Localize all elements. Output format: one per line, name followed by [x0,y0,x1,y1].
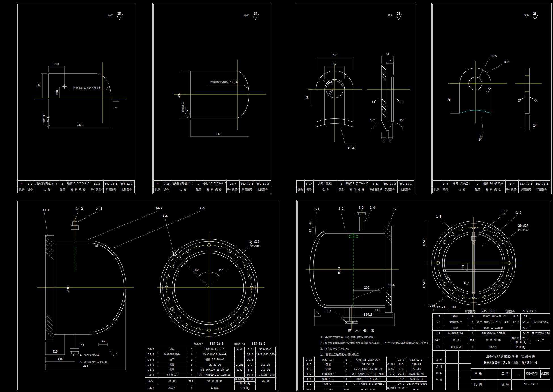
dim-465b: 465±3 [423,280,426,288]
cell-name: 吊耳 [157,347,187,352]
dim-40: 40 [453,306,456,309]
label-1-4: 1-4 [370,206,375,209]
sign-row [433,383,471,390]
part-no: 14-6 [441,181,450,187]
dim-465a: 465±3 [423,238,426,246]
h-dwg: 所属图号 [382,187,398,193]
h-name: 名 称 [171,187,195,193]
h-unit: 单件质量 [511,336,521,340]
sign-label: 设 计 [433,364,446,370]
sign-date [459,383,471,390]
dim-8b: 8 [464,281,466,285]
cell-material: 钢板 10 16MnR [195,357,235,362]
centerlines [35,62,127,123]
dimension-lines [41,66,119,129]
dim-50: 50 [333,54,336,57]
sign-row: 描 图 [433,357,471,364]
table-row: 1-3对焊钢法兰2法兰 WN150-2.5 RF 20II12.725.4HG2… [433,319,550,325]
hatch-flange-top [46,236,53,260]
cell-total: 69.5 [245,372,256,378]
note-line-2: 2. 其它技术要求见总图 [79,361,107,363]
cell-qty: 1 [343,382,350,386]
dim-bolt-count: 24-Ø27 [249,240,259,243]
cell-unit: 0.92 [387,367,396,372]
cell-total: 1.8 [396,367,406,372]
h-qty: 数量 [338,187,345,193]
cell-no: 14-4 [145,357,157,362]
h-mass: 质 量 Kg [511,340,531,344]
cell-name: 管箱法兰 [315,382,343,386]
side-view-outline [518,68,537,113]
weld-note: 焊后加工 [43,113,45,123]
table-row: 14-1外头盖法兰1法兰-FM600-2.5 16MnII69.5JB/T470… [145,372,276,378]
label-1-1: 1-1 [314,208,319,211]
tech-item-3: 3. 其它技术要求见总图。 [320,347,351,350]
part-name: 吊耳（外头盖） [450,181,474,187]
tech-title: 技 术 要 求 [347,329,375,332]
hatch-flange-bottom [46,315,53,338]
sign-name [446,383,459,390]
cell-unit [387,377,396,382]
cell-total: 1.8 [245,367,256,372]
tech-requirements: 技 术 要 求 1. 本部件组焊完毕，进行整体消除应力热处理。 2. 法兰密封面… [320,329,431,356]
dim-316: 316±3 [364,313,372,316]
part-dwg-no: S05-12-3 [519,181,534,187]
dimension-texts: 50 27 R25 Ø23 24 R276 14 7 45° 45° 5 5 [306,53,404,150]
cell-name: 短节 [157,357,187,362]
unit-row: 单 元 工 号 — 设计阶段 施工图 [471,369,550,379]
tech-note: 注: 接管法兰数量已包括配对法兰 [320,353,359,356]
cell-no: 1-1 [433,331,443,336]
sign-name [446,357,459,363]
unit-label: 单 元 [471,369,485,379]
h-dwg: 所属图号 [104,187,119,193]
centerlines [174,60,266,130]
cell-material: 无缝钢管 Ø159X6 20 [476,314,511,319]
cell-no: 1-3 [433,319,443,325]
dim-6: 6 [115,107,118,108]
cell-no: 1-7 [304,372,315,377]
table-header: 编号名 称数量材 料 规 格单件质量共 计备 注 [433,336,550,340]
scale-value [297,181,305,187]
title-strip: 6-17 支耳（管束） 2 钢板14 Q235-A.F 0.33 S05-12-… [296,180,414,193]
table-row: 1-5管箱法兰1法兰-FM500-2.5 16MnII57.5JB/T4703-… [304,382,427,386]
dim-681: 681 [352,321,357,324]
cell-qty: 1 [469,325,476,331]
cell-no: 14-5 [145,352,157,357]
h-no: 编号 [304,386,315,391]
drawing-part-6-17: 其余 25 [296,4,414,181]
cell-no: 1-2 [433,325,443,331]
dim-45a: 45° [195,268,200,272]
sign-date [459,351,471,357]
dim-bolt-count: 20-Ø27 [518,224,528,227]
part-dwg-no: S05-12-3 [382,181,398,187]
leader-lines [315,210,521,323]
cell-total: 12.5 [396,377,406,382]
label-1-6: 1-6 [436,215,441,218]
dim-665: 665 [77,124,83,127]
h-name: 名 称 [315,386,343,391]
finish-note: 锐边 25 [244,12,259,20]
tech-item-1: 1. 本部件组焊完毕，进行整体消除应力热处理。 [320,336,376,338]
dim-hole: Ø23 [329,89,334,95]
h-qty: 数量 [59,187,66,193]
figure-number: S05-12-3 [512,380,550,390]
cell-remark: JSB-03 [406,362,427,367]
part-qty: 1 [59,181,66,187]
cell-name: 封头管箱 [443,344,469,350]
header-row: 比例 编号 名 称 数量 材 料 规 格 单件质量(Kg) 所属图号 装配图号 [18,187,135,193]
title-strip: ~ 1-10 封头管箱隔板（二） 1 钢板 10 Q235-A.F 25.7 S… [154,180,271,193]
part-assy-no: S05-12-3 [119,181,135,187]
h-dwg: 所属图号 [240,187,255,193]
label-14-4: 14-4 [155,207,162,210]
weld-value: 6.3 [185,107,189,112]
cell-no: 1-5 [304,382,315,386]
dim-100: 100 [461,265,465,270]
dimension-lines [312,219,469,326]
owner-dwg-label: 所属图号 [193,342,204,345]
title-strip: ~ 1-6 封头管箱隔板（一） 1 钢板10 Q235-A.F 12.5 S05… [18,180,135,193]
label-14-6: 14-6 [161,215,168,218]
table-row: 1-4接管2无缝钢管 Ø159X6 206.513 [433,314,550,319]
finish-prefix: 其余 [388,14,393,17]
dim-14: 14 [386,53,389,56]
part-row: ~ 1-10 封头管箱隔板（二） 1 钢板 10 Q235-A.F 25.7 S… [154,181,271,187]
